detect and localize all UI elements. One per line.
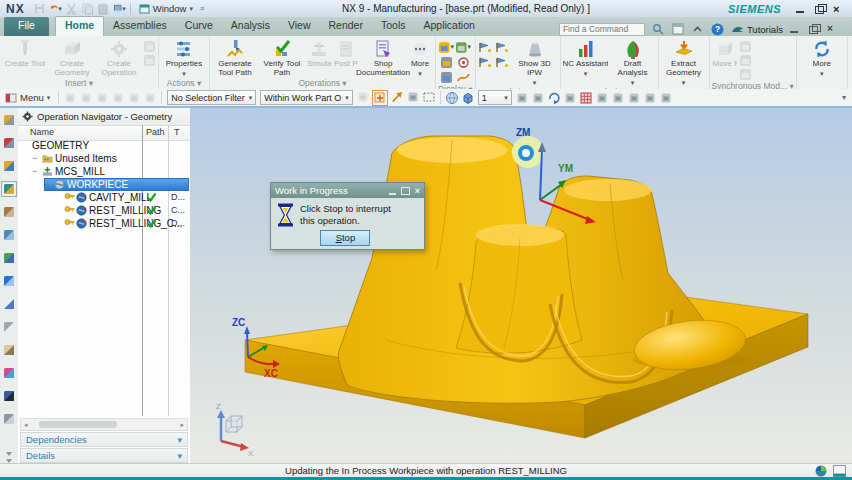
dependencies-panel-header[interactable]: Dependencies ▾: [20, 432, 188, 447]
restore-button[interactable]: [814, 4, 825, 14]
dialog-title-bar[interactable]: Work in Progress ×: [271, 183, 424, 198]
tree-row-mcs-mill[interactable]: −MCS_MILL: [18, 165, 189, 178]
column-tool[interactable]: T: [174, 127, 180, 137]
undo-icon[interactable]: ▾: [49, 2, 62, 15]
dialog-close-button[interactable]: ×: [415, 186, 420, 196]
history-icon[interactable]: [1, 296, 17, 312]
column-path[interactable]: Path: [146, 127, 165, 137]
window-menu-button[interactable]: Window ▾ ≡: [139, 3, 204, 14]
scroll-right-arrow[interactable]: ▸: [177, 421, 187, 429]
spline-icon-icon[interactable]: [455, 70, 471, 84]
clip-view-icon[interactable]: [659, 91, 673, 105]
wp-flag-1-icon[interactable]: [478, 40, 494, 54]
constraint-navigator-icon[interactable]: [1, 135, 17, 151]
web-browser-icon[interactable]: [1, 273, 17, 289]
borderbar-overflow-icon[interactable]: ▾: [842, 93, 846, 102]
tab-analysis[interactable]: Analysis: [222, 17, 279, 36]
find-command-input[interactable]: [559, 23, 645, 36]
notebook-icon[interactable]: [1, 342, 17, 358]
tree-expander[interactable]: −: [44, 178, 49, 191]
tab-file[interactable]: File: [4, 17, 49, 36]
details-panel-header[interactable]: Details ▾: [20, 448, 188, 463]
cam-display-1-icon[interactable]: [438, 55, 454, 69]
selection-scope-combo[interactable]: Within Work Part O ▾: [260, 90, 352, 105]
scene-icon[interactable]: [1, 388, 17, 404]
edit-object-display-icon[interactable]: ▾: [438, 40, 454, 54]
clock-icon[interactable]: [1, 319, 17, 335]
operation-navigator-icon[interactable]: [1, 181, 17, 197]
minimize-ribbon-icon[interactable]: [691, 22, 705, 36]
search-icon[interactable]: [651, 22, 665, 36]
extract-geometry-button[interactable]: Extract Geometry▾: [661, 37, 707, 87]
shaded-cube-icon[interactable]: [595, 91, 609, 105]
section-view-icon[interactable]: [643, 91, 657, 105]
window-layout-icon[interactable]: [671, 22, 685, 36]
close-button[interactable]: ×: [833, 4, 844, 14]
model-canvas[interactable]: ZC XC ZM YM: [190, 108, 852, 463]
touch-select-icon[interactable]: [406, 90, 420, 104]
point-icon-icon[interactable]: [455, 55, 471, 69]
process-navigator-icon[interactable]: [1, 227, 17, 243]
wp-flag-2-icon[interactable]: [495, 40, 511, 54]
wp-flag-3-icon[interactable]: [478, 55, 494, 69]
window-status-icon[interactable]: [833, 465, 846, 477]
cam-display-2-icon[interactable]: [438, 70, 454, 84]
grid-red-icon[interactable]: [579, 91, 593, 105]
selection-filter-combo[interactable]: No Selection Filter ▾: [167, 90, 256, 105]
tree-expander[interactable]: −: [32, 165, 37, 178]
child-close-button[interactable]: ×: [827, 24, 838, 34]
generate-tool-path-button[interactable]: Generate Tool Path: [212, 37, 258, 78]
solid-cube-icon[interactable]: [461, 91, 475, 105]
stop-button[interactable]: Stop: [320, 230, 370, 246]
earth-icon[interactable]: [445, 91, 459, 105]
properties-button[interactable]: Properties▾: [161, 37, 207, 78]
more-button[interactable]: More▾: [407, 37, 433, 78]
column-name[interactable]: Name: [30, 127, 54, 137]
tree-row-cavity-mill[interactable]: CAVITY_MILLD...: [18, 191, 189, 204]
menu-button[interactable]: Menu ▾: [0, 92, 55, 104]
tab-view[interactable]: View: [279, 17, 320, 36]
tab-home[interactable]: Home: [55, 16, 104, 36]
graphics-window[interactable]: ZC XC ZM YM: [190, 108, 852, 463]
tree-row-geometry[interactable]: GEOMETRY: [18, 139, 189, 152]
zoom-box-icon[interactable]: [531, 91, 545, 105]
part-navigator-icon[interactable]: [1, 158, 17, 174]
snap-toggle-icon[interactable]: [372, 90, 388, 106]
tab-render[interactable]: Render: [320, 17, 372, 36]
colored-cube-icon[interactable]: [611, 91, 625, 105]
spline-tool-icon[interactable]: [1, 411, 17, 427]
tab-tools[interactable]: Tools: [372, 17, 415, 36]
show-3d-ipw-button[interactable]: Show 3D IPW▾: [512, 37, 558, 87]
rotate-view-icon[interactable]: [547, 91, 561, 105]
roles-icon[interactable]: [1, 365, 17, 381]
draft-analysis-button[interactable]: Draft Analysis▾: [610, 37, 656, 87]
render-style-icon[interactable]: [627, 91, 641, 105]
wp-flag-4-icon[interactable]: [495, 55, 511, 69]
view-flag-icon[interactable]: ▾: [113, 2, 126, 15]
tab-application[interactable]: Application: [414, 17, 483, 36]
scrollbar-thumb[interactable]: [39, 421, 117, 428]
scroll-left-arrow[interactable]: ◂: [21, 421, 31, 429]
pan-view-icon[interactable]: [563, 91, 577, 105]
tab-curve[interactable]: Curve: [176, 17, 222, 36]
child-minimize-button[interactable]: [789, 24, 800, 34]
shop-documentation-button[interactable]: Shop Documentation: [360, 37, 406, 78]
alert-swirl-icon[interactable]: [815, 465, 827, 477]
tutorials-button[interactable]: Tutorials: [731, 24, 783, 35]
verify-tool-path-button[interactable]: Verify Tool Path: [259, 37, 305, 78]
templates-icon[interactable]: [1, 250, 17, 266]
tree-row-rest-milling-c[interactable]: REST_MILLING_C...D...: [18, 217, 189, 230]
help-icon[interactable]: ?: [711, 22, 725, 36]
orient-arrow-icon[interactable]: [390, 90, 404, 104]
nc-assistant-button[interactable]: NC Assistant▾: [563, 37, 609, 78]
machine-navigator-icon[interactable]: [1, 204, 17, 220]
child-restore-button[interactable]: [808, 24, 819, 34]
show-and-hide-icon[interactable]: ▾: [455, 40, 471, 54]
rect-select-icon[interactable]: [422, 90, 436, 104]
tree-row-unused-items[interactable]: −Unused Items: [18, 152, 189, 165]
tree-expander[interactable]: −: [32, 152, 37, 165]
dialog-minimize-button[interactable]: [389, 186, 396, 195]
tree-row-workpiece[interactable]: −WORKPIECE: [18, 178, 189, 191]
tree-row-rest-milling[interactable]: REST_MILLINGC...: [18, 204, 189, 217]
more-button[interactable]: More▾: [799, 37, 845, 78]
